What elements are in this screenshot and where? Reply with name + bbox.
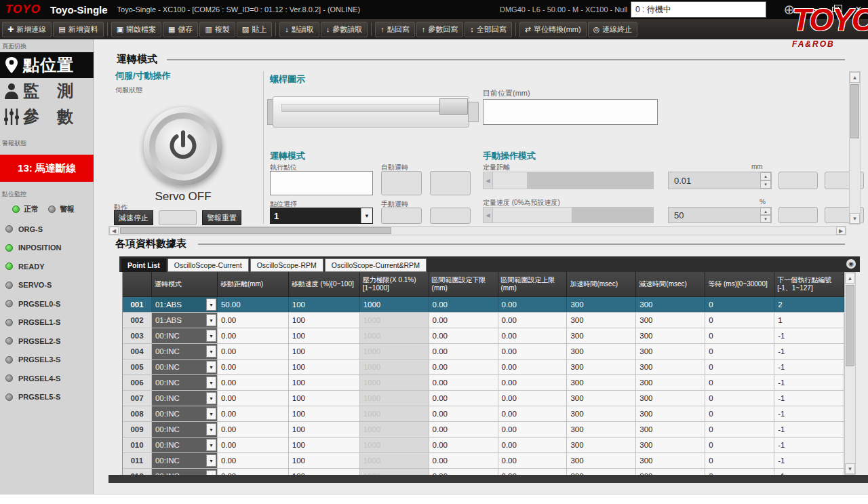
table-cell[interactable]: 0 (705, 453, 774, 468)
table-cell[interactable]: 0.00 (218, 406, 289, 421)
table-cell[interactable]: 300 (567, 391, 636, 406)
table-cell[interactable]: 0.00 (429, 360, 498, 374)
table-cell[interactable]: -1 (774, 422, 844, 437)
distance-spinner[interactable]: 0.01 ▲▼ (668, 172, 772, 189)
table-cell[interactable]: 0.00 (498, 453, 568, 468)
new-connection-button[interactable]: ✚新增連線 (2, 22, 52, 37)
scroll-down-icon[interactable]: ▼ (850, 213, 860, 224)
table-cell[interactable]: 1000 (360, 375, 429, 390)
table-cell[interactable]: 0.00 (218, 344, 289, 359)
mode-dropdown[interactable]: 00:INC▼ (152, 422, 218, 437)
table-cell[interactable]: 0 (705, 360, 774, 374)
point-select-dropdown[interactable]: 1 ▼ (270, 208, 373, 224)
table-cell[interactable]: 300 (636, 391, 705, 406)
table-cell[interactable]: 0 (705, 328, 774, 343)
spin-up-icon[interactable]: ▲ (760, 208, 771, 215)
distance-slider[interactable]: ◀ (483, 172, 654, 189)
table-cell[interactable]: 1000 (360, 344, 429, 359)
table-cell[interactable]: 300 (636, 469, 705, 475)
table-cell[interactable]: 0.00 (498, 391, 568, 406)
table-cell[interactable]: 1000 (360, 297, 429, 312)
param-read-button[interactable]: ↓參數讀取 (321, 22, 368, 37)
tab-oscilloscope-current[interactable]: OscilloScope-Current (167, 258, 249, 272)
spin-down-icon[interactable]: ▼ (760, 180, 771, 189)
table-row[interactable]: 01100:INC▼0.0010010000.000.003003000-1 (123, 453, 844, 469)
mode-dropdown[interactable]: 01:ABS▼ (152, 297, 218, 312)
mode-dropdown[interactable]: 00:INC▼ (152, 438, 218, 452)
mode-dropdown[interactable]: 00:INC▼ (152, 453, 218, 468)
new-data-button[interactable]: ▤新增資料 (53, 22, 103, 37)
sidebar-item-monitor[interactable]: 監 測 (0, 78, 94, 104)
chevron-down-icon[interactable]: ▼ (206, 392, 216, 404)
chevron-down-icon[interactable]: ▼ (206, 454, 216, 467)
mode-dropdown[interactable]: 00:INC▼ (152, 344, 218, 359)
table-cell[interactable]: -1 (774, 438, 844, 452)
chevron-down-icon[interactable]: ▼ (206, 470, 216, 475)
table-cell[interactable]: 300 (567, 360, 636, 374)
table-cell[interactable]: 0 (705, 406, 774, 421)
table-cell[interactable]: -1 (774, 375, 844, 390)
table-cell[interactable]: 0.00 (218, 391, 289, 406)
table-cell[interactable]: 300 (636, 328, 705, 343)
paste-button[interactable]: ▨貼上 (237, 22, 272, 37)
param-writeback-button[interactable]: ↑參數回寫 (416, 22, 464, 37)
unit-convert-button[interactable]: ⇄單位轉換(mm) (519, 22, 587, 37)
table-cell[interactable]: 0.00 (498, 313, 568, 328)
table-cell[interactable]: 300 (567, 438, 636, 452)
table-cell[interactable]: 0.00 (218, 453, 289, 468)
restore-button[interactable] (826, 1, 845, 18)
scroll-up-icon[interactable]: ▲ (845, 273, 855, 284)
table-row[interactable]: 00900:INC▼0.0010010000.000.003003000-1 (123, 422, 844, 438)
save-button[interactable]: ▦儲存 (163, 22, 198, 37)
alarm-reset-button[interactable]: 警報重置 (202, 210, 241, 225)
minimize-button[interactable] (804, 1, 823, 18)
table-cell[interactable]: 0.00 (218, 469, 289, 475)
table-cell[interactable]: 300 (636, 438, 705, 452)
mode-dropdown[interactable]: 00:INC▼ (152, 328, 218, 343)
copy-button[interactable]: ▥複製 (199, 22, 235, 37)
table-cell[interactable]: 100 (289, 375, 360, 390)
table-cell[interactable]: 300 (567, 453, 636, 468)
chevron-down-icon[interactable]: ▼ (206, 298, 216, 311)
table-cell[interactable]: 0.00 (218, 375, 289, 390)
table-cell[interactable]: -1 (774, 344, 844, 359)
table-cell[interactable]: 1 (774, 313, 844, 328)
decel-stop-button[interactable]: 減速停止 (114, 210, 153, 225)
table-cell[interactable]: 300 (567, 422, 636, 437)
sidebar-item-point-position[interactable]: 點位置 (0, 52, 94, 78)
table-cell[interactable]: 1000 (360, 469, 429, 475)
table-cell[interactable]: 0 (705, 375, 774, 390)
mode-dropdown[interactable]: 00:INC▼ (152, 360, 218, 374)
mode-dropdown[interactable]: 01:ABS▼ (152, 313, 218, 328)
table-cell[interactable]: 2 (774, 297, 844, 312)
table-row[interactable]: 00800:INC▼0.0010010000.000.003003000-1 (123, 406, 844, 422)
scroll-right-icon[interactable]: ▶ (836, 227, 846, 235)
all-writeback-button[interactable]: ↕全部回寫 (465, 22, 512, 37)
vscroll-thumb[interactable] (850, 84, 859, 138)
scroll-down-icon[interactable]: ▼ (845, 463, 855, 474)
chevron-down-icon[interactable]: ▼ (206, 345, 216, 357)
table-cell[interactable]: 0.00 (218, 438, 289, 452)
chevron-down-icon[interactable]: ▼ (206, 361, 216, 373)
table-row[interactable]: 01200:INC▼0.0010010000.000.003003000-1 (123, 469, 844, 475)
table-cell[interactable]: 300 (567, 297, 636, 312)
blank-action-button[interactable] (159, 210, 197, 225)
table-cell[interactable]: 0.00 (429, 438, 498, 452)
table-cell[interactable]: 1000 (360, 406, 429, 421)
table-cell[interactable]: 0.00 (498, 375, 568, 390)
table-cell[interactable]: -1 (774, 453, 844, 468)
manual-run-button-1[interactable] (381, 208, 422, 224)
table-cell[interactable]: 0.00 (429, 297, 498, 312)
table-cell[interactable]: 300 (567, 328, 636, 343)
table-row[interactable]: 00500:INC▼0.0010010000.000.003003000-1 (123, 360, 844, 375)
table-cell[interactable]: -1 (774, 469, 844, 475)
table-cell[interactable]: 0.00 (429, 375, 498, 390)
table-row[interactable]: 00101:ABS▼50.0010010000.000.0030030002 (123, 297, 844, 313)
chevron-down-icon[interactable]: ▼ (206, 408, 216, 420)
table-cell[interactable]: 0.00 (498, 406, 568, 421)
table-cell[interactable]: 0.00 (429, 391, 498, 406)
table-cell[interactable]: 300 (636, 453, 705, 468)
table-cell[interactable]: 100 (289, 469, 360, 475)
table-cell[interactable]: 300 (636, 375, 705, 390)
table-cell[interactable]: 0.00 (218, 422, 289, 437)
